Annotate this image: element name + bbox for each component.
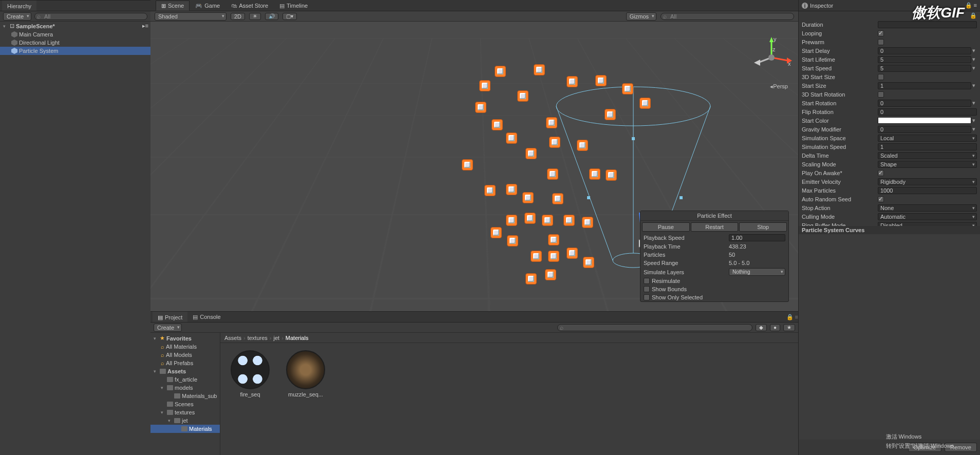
asset-item[interactable]: fire_seq	[228, 350, 273, 397]
pe-playback-speed[interactable]: 1.00	[729, 234, 785, 241]
prop-checkbox[interactable]	[878, 196, 884, 202]
proj-filter-3[interactable]: ★	[783, 324, 795, 331]
prop-field[interactable]: 1	[878, 82, 971, 89]
tree-row[interactable]: Materials_sub	[150, 392, 220, 400]
pe-pause-button[interactable]: Pause	[642, 222, 690, 232]
prop-dropdown[interactable]: Shape	[878, 161, 977, 168]
tree-row[interactable]: ▾ textures	[150, 408, 220, 416]
project-create-button[interactable]: Create	[154, 324, 182, 332]
pe-stop-button[interactable]: Stop	[739, 222, 787, 232]
prop-field[interactable]: 5	[878, 65, 971, 72]
prop-mode-menu[interactable]: ▾	[971, 126, 977, 132]
proj-filter-2[interactable]: ●	[770, 324, 780, 331]
pe-showbounds-check[interactable]	[644, 286, 650, 292]
prop-dropdown[interactable]: Scaled	[878, 152, 977, 159]
tree-row[interactable]: fx_article	[150, 375, 220, 384]
prop-field[interactable]: 1	[878, 143, 977, 150]
tab-project[interactable]: ▤ Project	[153, 312, 187, 322]
prop-dropdown[interactable]: None	[878, 204, 977, 212]
projection-label[interactable]: ◂Persp	[770, 83, 788, 90]
pe-restart-button[interactable]: Restart	[691, 222, 739, 232]
inspector-lock-icon-2[interactable]: 🔒	[970, 12, 977, 18]
prop-mode-menu[interactable]: ▾	[971, 47, 977, 54]
tree-row[interactable]: ⌕ All Prefabs	[150, 359, 220, 367]
tree-row[interactable]: ⌕ All Models	[150, 351, 220, 359]
material-thumb	[231, 350, 270, 389]
lock-icon[interactable]: 🔒 ≡	[786, 314, 798, 320]
asset-grid[interactable]: fire_seqmuzzle_seq...	[220, 343, 798, 455]
hierarchy-scene-row[interactable]: ▾⊡ SampleScene*▸≡	[0, 22, 150, 30]
hierarchy-search-input[interactable]: All	[34, 13, 147, 20]
tab-scene[interactable]: ⊞ Scene	[156, 1, 190, 11]
project-tree[interactable]: ▾★ Favorites⌕ All Materials⌕ All Models⌕…	[150, 333, 220, 455]
prop-mode-menu[interactable]: ▾	[971, 82, 977, 89]
tree-row[interactable]: ▾ jet	[150, 416, 220, 425]
orientation-gizmo[interactable]: y x z	[751, 37, 792, 78]
breadcrumb-segment[interactable]: jet	[274, 335, 280, 341]
hierarchy-tree[interactable]: ▾⊡ SampleScene*▸≡Main CameraDirectional …	[0, 22, 150, 455]
asset-item[interactable]: muzzle_seq...	[283, 350, 328, 397]
proj-filter-1[interactable]: ◆	[756, 324, 767, 331]
tree-row[interactable]: ▾ Assets	[150, 367, 220, 375]
prop-field[interactable]: 0	[878, 126, 971, 133]
inspector-property: Simulation Speed1	[799, 142, 980, 151]
prop-mode-menu[interactable]: ▾	[971, 117, 977, 124]
pe-showonlysel-check[interactable]	[644, 294, 650, 300]
pe-resimulate-check[interactable]	[644, 278, 650, 284]
draw-mode-dropdown[interactable]: Shaded	[155, 12, 227, 21]
lighting-toggle[interactable]: ☀	[249, 13, 261, 20]
particle-curves-header[interactable]: Particle System Curves	[799, 226, 980, 234]
prop-field[interactable]: 0	[878, 47, 971, 54]
prop-field[interactable]: 0	[878, 108, 977, 116]
tab-console[interactable]: ▤ Console	[187, 312, 225, 322]
tree-row[interactable]: ▾ models	[150, 384, 220, 392]
project-search-input[interactable]	[557, 324, 752, 331]
prop-checkbox[interactable]	[878, 39, 884, 45]
tree-row[interactable]: ▾★ Favorites	[150, 334, 220, 343]
tab-asset-store[interactable]: 🛍 Asset Store	[225, 1, 274, 11]
prop-field[interactable]: 1000	[878, 187, 977, 194]
pe-simulate-layers[interactable]: Nothing	[729, 268, 785, 276]
2d-toggle[interactable]: 2D	[231, 13, 245, 20]
inspector-lock-icon[interactable]: 🔒 ≡	[965, 2, 977, 9]
inspector-property: Delta TimeScaled	[799, 151, 980, 160]
prop-mode-menu[interactable]: ▾	[971, 65, 977, 71]
prop-field[interactable]: 5	[878, 56, 971, 63]
audio-toggle[interactable]: 🔊	[265, 13, 278, 20]
prop-checkbox[interactable]	[878, 74, 884, 80]
hierarchy-create-button[interactable]: Create	[3, 12, 31, 21]
breadcrumb-segment[interactable]: Assets	[224, 335, 241, 341]
tree-row[interactable]: ⌕ All Materials	[150, 343, 220, 351]
tree-row[interactable]: Materials	[150, 425, 220, 433]
prop-checkbox[interactable]	[878, 170, 884, 176]
prop-dropdown[interactable]: Disabled	[878, 222, 977, 226]
breadcrumb-segment[interactable]: Materials	[286, 335, 309, 341]
scene-viewport[interactable]: y x z ◂Persp Particle Effect Pause Resta…	[150, 22, 798, 311]
hierarchy-item[interactable]: Main Camera	[0, 30, 150, 39]
prop-mode-menu[interactable]: ▾	[971, 100, 977, 106]
prop-checkbox[interactable]	[878, 30, 884, 36]
prop-field[interactable]: 0	[878, 100, 971, 107]
pe-speed-range: 5.0 - 5.0	[729, 260, 785, 266]
breadcrumb-segment[interactable]: textures	[248, 335, 268, 341]
breadcrumb[interactable]: Assets › textures › jet › Materials	[220, 333, 798, 343]
prop-checkbox[interactable]	[878, 91, 884, 98]
tab-game[interactable]: 🎮 Game	[190, 1, 225, 11]
prop-dropdown[interactable]: Automatic	[878, 213, 977, 220]
scene-menu-icon[interactable]: ▸≡	[142, 23, 148, 29]
prop-dropdown[interactable]: Local	[878, 135, 977, 142]
tab-timeline[interactable]: ▤ Timeline	[274, 1, 313, 11]
tree-row[interactable]: Scenes	[150, 400, 220, 408]
hierarchy-tab[interactable]: Hierarchy	[2, 1, 36, 11]
prop-dropdown[interactable]: Rigidbody	[878, 178, 977, 185]
gizmos-dropdown[interactable]: Gizmos	[626, 12, 656, 21]
hierarchy-item[interactable]: Directional Light	[0, 39, 150, 47]
prop-mode-menu[interactable]: ▾	[971, 56, 977, 63]
particle-effect-title: Particle Effect	[640, 211, 788, 221]
scene-search-input[interactable]: All	[661, 13, 794, 20]
fx-toggle[interactable]: ▢▾	[282, 13, 297, 20]
svg-marker-19	[754, 60, 760, 66]
color-swatch[interactable]	[878, 117, 971, 124]
hierarchy-item[interactable]: Particle System	[0, 47, 150, 55]
particle-billboard	[495, 66, 506, 77]
